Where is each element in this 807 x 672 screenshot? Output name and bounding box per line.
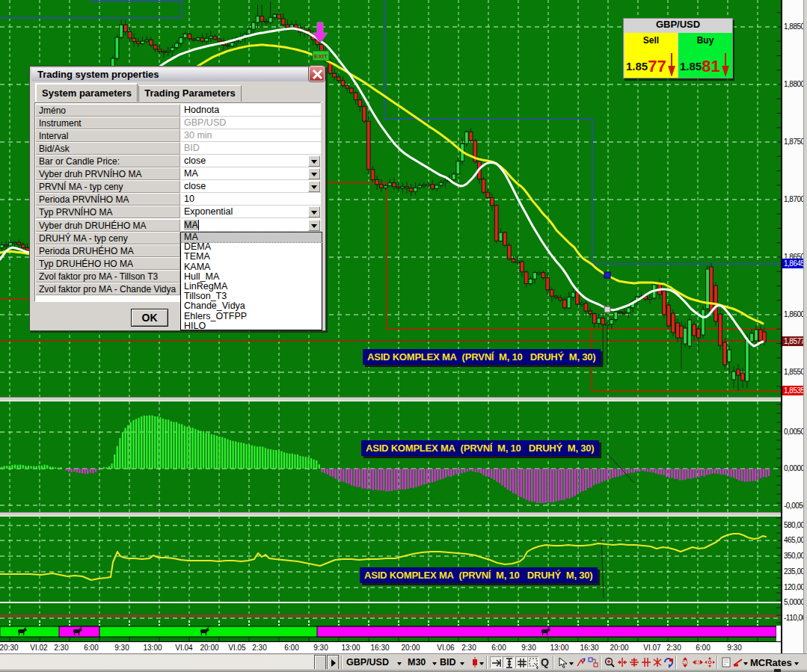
svg-text:EXIT: EXIT — [314, 53, 328, 60]
svg-text:Q: Q — [541, 656, 549, 668]
